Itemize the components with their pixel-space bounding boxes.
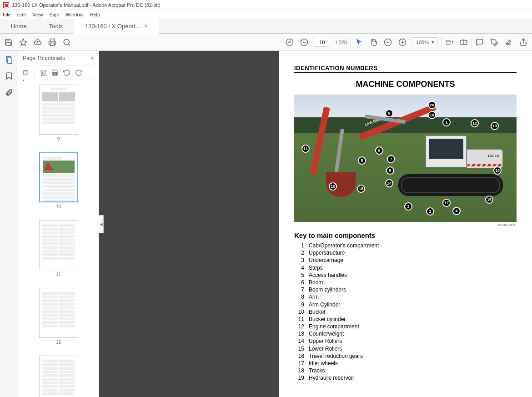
app-icon xyxy=(3,2,9,8)
component-key-row: 6Boom xyxy=(294,279,517,286)
machine-components-figure: Link-Belt 130 LX 12345678910111213141516… xyxy=(294,95,517,222)
attachments-panel-icon[interactable] xyxy=(5,88,13,96)
zoom-in-icon[interactable] xyxy=(398,38,407,46)
callout-marker: 5 xyxy=(386,166,394,175)
menu-window[interactable]: Window xyxy=(65,12,83,17)
document-viewport[interactable]: ◀ IDENTIFICATION NUMBERS MACHINE COMPONE… xyxy=(99,51,532,397)
component-key-row: 7Boom cylinders xyxy=(294,286,517,293)
tab-home[interactable]: Home xyxy=(0,19,38,33)
component-key-row: 5Access handles xyxy=(294,271,517,279)
thumbnails-options-icon[interactable]: ▾ xyxy=(23,69,30,76)
menu-file[interactable]: File xyxy=(3,12,11,17)
callout-marker: 20 xyxy=(428,101,436,109)
component-key-row: 19Hydraulic reservoir xyxy=(294,374,517,382)
print-icon[interactable] xyxy=(48,38,56,46)
fit-width-icon[interactable]: ▾ xyxy=(445,38,453,46)
menu-help[interactable]: Help xyxy=(90,12,100,17)
zoom-level-select[interactable]: 100%▾ xyxy=(413,37,437,47)
component-key-row: 11Bucket cylinder xyxy=(294,316,517,323)
thumbnail-label: 11 xyxy=(56,272,61,277)
menu-view[interactable]: View xyxy=(32,12,43,17)
chevron-down-icon: ▾ xyxy=(432,39,434,45)
callout-marker: 2 xyxy=(426,207,434,216)
thumbnails-close-icon[interactable]: × xyxy=(90,55,94,62)
component-key-row: 13Counterweight xyxy=(294,330,517,337)
component-key-row: 9Arm Cylinder xyxy=(294,301,517,308)
tabs-bar: Home Tools 130-160 LX Operat... × xyxy=(0,19,532,34)
sign-icon[interactable] xyxy=(505,38,513,46)
star-icon[interactable] xyxy=(19,38,27,46)
callout-marker: 13 xyxy=(491,122,499,130)
svg-marker-0 xyxy=(20,39,27,45)
callout-marker: 9 xyxy=(385,109,393,117)
tab-document[interactable]: 130-160 LX Operat... × xyxy=(74,19,159,34)
component-key-row: 14Upper Rollers xyxy=(294,337,517,345)
search-icon[interactable] xyxy=(63,38,71,46)
bookmarks-panel-icon[interactable] xyxy=(5,72,13,80)
tab-tools[interactable]: Tools xyxy=(38,19,74,33)
figure-code-text: BD00J049 xyxy=(294,223,515,227)
thumbnails-rotate-ccw-icon[interactable] xyxy=(63,69,70,76)
key-heading: Key to main components xyxy=(294,231,517,239)
component-key-row: 15Lower Rollers xyxy=(294,345,517,352)
page-down-icon[interactable] xyxy=(300,38,308,46)
svg-point-4 xyxy=(286,39,293,45)
callout-marker: 18 xyxy=(357,185,365,193)
read-mode-icon[interactable] xyxy=(460,38,468,46)
thumbnails-delete-icon[interactable] xyxy=(40,69,47,76)
page-number-input[interactable] xyxy=(315,38,329,47)
zoom-out-icon[interactable] xyxy=(384,38,392,46)
svg-point-2 xyxy=(64,39,69,45)
thumbnail-label: 9 xyxy=(57,136,60,141)
callout-marker: 11 xyxy=(301,145,310,153)
callout-marker: 10 xyxy=(329,182,337,191)
menu-edit[interactable]: Edit xyxy=(17,12,26,17)
main-area: Page Thumbnails × ▾ 910111213 ◀ IDENTIFI… xyxy=(0,51,532,397)
comment-icon[interactable] xyxy=(476,38,484,46)
window-title: 130-160 LX Operator's Manual.pdf - Adobe… xyxy=(12,2,161,8)
cloud-upload-icon[interactable] xyxy=(34,38,42,46)
thumbnails-print-icon[interactable] xyxy=(51,69,59,76)
thumbnail-label: 12 xyxy=(56,340,61,345)
component-key-row: 16Travel reduction gears xyxy=(294,352,517,360)
page-title: MACHINE COMPONENTS xyxy=(294,80,517,89)
component-key-row: 3Undercarriage xyxy=(294,256,517,264)
component-key-row: 4Steps xyxy=(294,264,517,271)
menu-sign[interactable]: Sign xyxy=(49,12,59,17)
share-icon[interactable] xyxy=(519,38,527,46)
save-icon[interactable] xyxy=(5,38,13,46)
thumbnails-rotate-cw-icon[interactable] xyxy=(75,69,82,76)
tab-close-icon[interactable]: × xyxy=(144,22,147,30)
thumbnail-page[interactable]: 11 xyxy=(18,220,99,277)
callout-marker: 4 xyxy=(452,207,461,215)
component-key-row: 2Upperstructure xyxy=(294,249,517,256)
thumbnails-panel: Page Thumbnails × ▾ 910111213 xyxy=(18,51,99,397)
thumbnails-panel-icon[interactable] xyxy=(5,55,13,64)
hand-tool-icon[interactable] xyxy=(369,38,377,46)
document-page: IDENTIFICATION NUMBERS MACHINE COMPONENT… xyxy=(279,51,532,397)
callout-marker: 14 xyxy=(385,179,393,187)
toolbar: / 228 100%▾ ▾ xyxy=(0,34,532,51)
thumbnail-page[interactable]: 9 xyxy=(18,85,99,141)
splitter-handle-icon[interactable]: ◀ xyxy=(99,215,104,233)
thumbnail-page[interactable]: 13 xyxy=(18,356,99,397)
tab-document-label: 130-160 LX Operat... xyxy=(85,23,140,30)
page-up-icon[interactable] xyxy=(286,38,294,46)
highlight-icon[interactable] xyxy=(490,38,498,46)
thumbnail-page[interactable]: 12 xyxy=(18,288,99,345)
callout-marker: 1 xyxy=(442,118,451,126)
left-navigation-rail xyxy=(0,51,18,397)
thumbnail-page[interactable]: 10 xyxy=(18,152,99,209)
page-total-label: / 228 xyxy=(336,40,346,45)
component-key-row: 17Idler wheels xyxy=(294,360,517,367)
select-tool-icon[interactable] xyxy=(355,38,363,46)
svg-point-5 xyxy=(301,39,308,45)
thumbnails-list[interactable]: 910111213 xyxy=(18,80,99,397)
menu-bar: File Edit View Sign Window Help xyxy=(0,10,532,19)
component-key-row: 1Cab/Operator's compartment xyxy=(294,242,517,249)
callout-marker: 17 xyxy=(442,199,451,207)
callout-marker: 6 xyxy=(375,146,383,155)
svg-rect-17 xyxy=(8,58,12,63)
title-bar: 130-160 LX Operator's Manual.pdf - Adobe… xyxy=(0,0,532,10)
callout-marker: 12 xyxy=(471,119,479,127)
